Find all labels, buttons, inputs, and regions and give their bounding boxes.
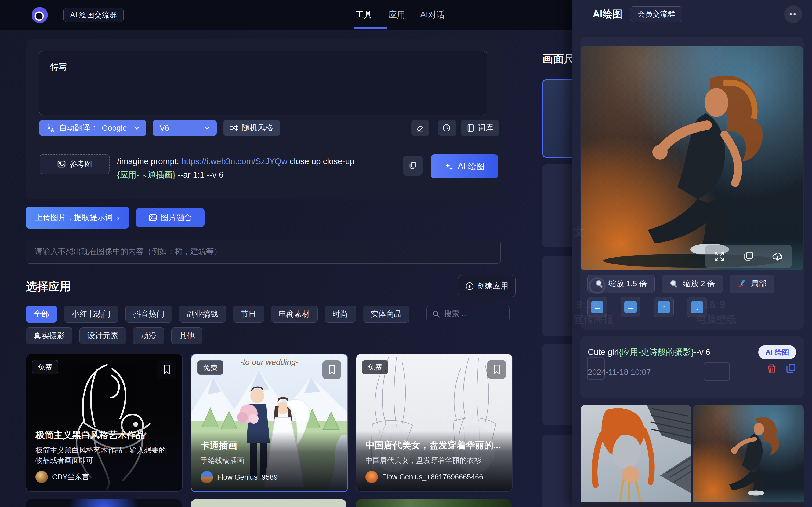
paint-group-button[interactable]: AI 绘画交流群 (63, 8, 123, 22)
fullscreen-icon[interactable] (713, 250, 725, 262)
app-card-tang-beauty[interactable]: 免费 中国唐代美女，盘发穿着华丽的... 中国唐代美女，盘发穿着华丽的衣衫 Fl… (356, 353, 513, 492)
bookmark-button[interactable] (487, 360, 506, 379)
magnifier-icon (669, 280, 678, 288)
dictionary-icon (467, 124, 474, 132)
copy-icon (408, 161, 417, 170)
category-row-2: 真实摄影 设计元素 动漫 其他 (26, 327, 202, 344)
dictionary-button[interactable]: 词库 (461, 120, 499, 136)
category-ecommerce[interactable]: 电商素材 (271, 305, 318, 323)
tab-tools[interactable]: 工具 (356, 9, 372, 20)
category-physical-goods[interactable]: 实体商品 (363, 305, 409, 323)
card-title: 卡通插画 (201, 439, 338, 452)
copy-history-button[interactable] (784, 363, 797, 375)
arrow-left-icon: ← (591, 301, 603, 313)
pan-up-button[interactable]: ↑ (654, 297, 674, 317)
active-tab-underline (354, 27, 387, 29)
free-badge: 免费 (197, 360, 223, 375)
app-logo-icon[interactable] (31, 6, 48, 23)
member-group-button[interactable]: 会员交流群 (630, 6, 682, 22)
ellipsis-icon: •• (789, 10, 797, 19)
arrow-right-icon: → (624, 301, 637, 313)
next-card-peek (191, 500, 346, 507)
delete-button[interactable] (766, 363, 777, 375)
app-card-cartoon-illustration[interactable]: -to our wedding- 免费 卡通插画 手绘线稿插画 Flow Gen… (191, 353, 348, 492)
more-menu-button[interactable]: •• (784, 5, 802, 23)
eraser-icon (416, 124, 424, 132)
download-icon[interactable] (771, 250, 784, 262)
author-name: Flow Genius_9589 (217, 473, 277, 482)
plus-circle-icon (465, 282, 474, 290)
app-search-input[interactable]: 搜索 ... (426, 305, 510, 322)
zoom-2x-button[interactable]: 缩放 2 倍 (662, 275, 723, 293)
prompt-textarea[interactable]: 特写 (39, 51, 487, 115)
category-anime[interactable]: 动漫 (133, 327, 164, 344)
category-real-photo[interactable]: 真实摄影 (26, 327, 72, 344)
bookmark-button[interactable] (157, 360, 176, 379)
paint-group-label: AI 绘画交流群 (70, 10, 117, 20)
tab-apps[interactable]: 应用 (389, 9, 405, 20)
free-badge: 免费 (362, 360, 388, 375)
history-date: 2024-11-18 10:07 (588, 368, 651, 377)
bookmark-button[interactable] (322, 360, 341, 379)
trash-icon (766, 363, 777, 375)
copy-prompt-button[interactable] (403, 156, 423, 176)
author-name: CDY尘东言 (52, 472, 89, 482)
history-icon (443, 124, 451, 132)
inpaint-button[interactable]: 局部 (730, 275, 774, 293)
magnifier-icon (595, 280, 604, 288)
pan-left-button[interactable]: ← (587, 297, 607, 317)
bookmark-icon (492, 364, 501, 375)
random-style-button[interactable]: 随机风格 (223, 120, 280, 136)
prompt-text: 特写 (50, 62, 67, 72)
svg-text:A: A (51, 128, 54, 132)
panel-title: AI绘图 (593, 7, 622, 21)
tab-ai-chat[interactable]: AI对话 (420, 9, 445, 20)
ai-draw-badge: AI 绘图 (758, 345, 796, 359)
history-prompt: Cute girl {应用-史诗般的摄影} --v 6 AI 绘图 (588, 345, 796, 359)
bookmark-icon (162, 364, 171, 375)
history-button[interactable] (438, 120, 456, 136)
prompt-link[interactable]: https://i.web3n.com/SzJYQw (182, 157, 288, 166)
card-title: 极简主义黑白风格艺术作品 (36, 429, 173, 441)
prompt-toolbar: 文A 自动翻译： Google V6 随机风格 (39, 120, 280, 136)
arrow-down-icon: ↓ (691, 301, 703, 313)
category-all[interactable]: 全部 (26, 305, 57, 323)
category-sidehustle[interactable]: 副业搞钱 (179, 305, 226, 323)
pan-right-button[interactable]: → (620, 297, 641, 317)
negative-prompt-input[interactable]: 请输入不想出现在图像中的内容（例如：树，建筑等） (26, 239, 501, 264)
history-app-tag: {应用-史诗般的摄影} (619, 347, 694, 358)
history-item-current: 缩放 1.5 倍 缩放 2 倍 局部 ← → ↑ ↓ (580, 37, 804, 330)
result-image-grid (581, 404, 804, 502)
imagine-prompt-text: /imagine prompt: https://i.web3n.com/SzJ… (117, 155, 402, 182)
auto-translate-dropdown[interactable]: 文A 自动翻译： Google (39, 120, 146, 136)
category-fashion[interactable]: 时尚 (325, 305, 356, 323)
category-other[interactable]: 其他 (171, 327, 202, 344)
category-design-elements[interactable]: 设计元素 (80, 327, 126, 344)
free-badge: 免费 (32, 360, 58, 375)
category-row-1: 全部 小红书热门 抖音热门 副业搞钱 节日 电商素材 时尚 实体商品 (26, 305, 409, 323)
card-desc: 极简主义黑白风格艺术作品，输入想要的物品或者画面即可 (36, 445, 173, 465)
card-info: 中国唐代美女，盘发穿着华丽的... 中国唐代美女，盘发穿着华丽的衣衫 Flow … (356, 431, 512, 491)
apps-section-title: 选择应用 (26, 279, 71, 294)
category-xiaohongshu[interactable]: 小红书热门 (64, 305, 118, 323)
brush-icon (738, 279, 747, 288)
create-app-button[interactable]: 创建应用 (458, 275, 516, 297)
reference-image-button[interactable]: 参考图 (40, 154, 110, 174)
upload-extract-button[interactable]: 上传图片，提取提示词 › (26, 207, 129, 229)
ai-draw-button[interactable]: AI 绘图 (431, 154, 498, 178)
image-fusion-button[interactable]: 图片融合 (136, 208, 205, 227)
model-version-dropdown[interactable]: V6 (153, 120, 217, 136)
sparkle-icon (444, 162, 454, 171)
copy-image-icon[interactable] (743, 250, 754, 262)
generated-image-dancer[interactable] (581, 46, 803, 270)
copy-icon (784, 363, 797, 375)
avatar (365, 471, 378, 483)
result-image-dancer[interactable] (693, 404, 804, 502)
app-card-minimalist-bw[interactable]: 免费 极简主义黑白风格艺术作品 极简主义黑白风格艺术作品，输入想要的物品或者画面… (26, 353, 183, 492)
pan-down-button[interactable]: ↓ (687, 297, 707, 317)
zoom-1-5x-button[interactable]: 缩放 1.5 倍 (587, 275, 655, 293)
category-festival[interactable]: 节日 (233, 305, 264, 323)
category-douyin[interactable]: 抖音热门 (125, 305, 172, 323)
eraser-button[interactable] (411, 120, 429, 136)
result-image-upside-down-girl[interactable] (581, 404, 691, 502)
